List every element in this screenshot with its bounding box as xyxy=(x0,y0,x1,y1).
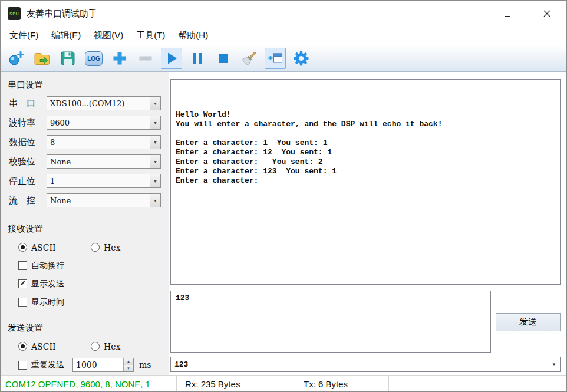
show-time-row: 显示时间 xyxy=(18,297,162,308)
stopbits-label: 停止位 xyxy=(9,176,47,187)
connection-status: COM12 OPENED, 9600, 8, NONE, 1 xyxy=(1,376,176,391)
spin-down-button[interactable]: ▼ xyxy=(124,365,133,372)
plus-icon xyxy=(111,50,128,67)
broom-icon xyxy=(240,50,258,67)
window-title: 友善串口调试助手 xyxy=(27,8,97,19)
connect-button[interactable] xyxy=(5,48,27,69)
receive-ascii-label: ASCII xyxy=(31,243,55,252)
play-icon xyxy=(163,50,180,67)
menu-tools[interactable]: 工具(T) xyxy=(130,27,172,44)
app-icon: SPU xyxy=(8,7,21,20)
repeat-interval-input[interactable]: 1000 ▲ ▼ xyxy=(72,358,134,372)
setting-row-stopbits: 停止位 1 ▼ xyxy=(9,174,161,188)
port-value: XDS100...(COM12) xyxy=(47,99,150,108)
send-ascii-radio[interactable]: ASCII xyxy=(18,342,91,351)
send-settings-title: 发送设置 xyxy=(8,322,43,334)
show-send-label: 显示发送 xyxy=(31,279,64,289)
parity-label: 校验位 xyxy=(9,156,47,167)
status-bar: COM12 OPENED, 9600, 8, NONE, 1 Rx: 235 B… xyxy=(1,375,566,391)
save-button[interactable] xyxy=(57,48,78,69)
radio-icon xyxy=(18,342,27,351)
receive-hex-radio[interactable]: Hex xyxy=(91,243,120,252)
status-spacer xyxy=(389,376,566,391)
send-ascii-label: ASCII xyxy=(31,342,55,351)
open-folder-icon xyxy=(33,50,51,67)
send-hex-radio[interactable]: Hex xyxy=(91,342,120,351)
radio-icon xyxy=(91,243,100,252)
show-time-checkbox[interactable]: 显示时间 xyxy=(18,297,64,308)
panel-toggle-button[interactable] xyxy=(265,48,286,69)
spinner: ▲ ▼ xyxy=(123,358,133,371)
parity-dropdown[interactable]: None ▼ xyxy=(47,154,161,169)
receive-format-row: ASCII Hex xyxy=(18,242,162,253)
parity-value: None xyxy=(47,157,150,166)
checkbox-icon xyxy=(18,261,27,270)
setting-row-port: 串 口 XDS100...(COM12) ▼ xyxy=(9,96,161,110)
send-button[interactable]: 发送 xyxy=(496,313,561,331)
remove-button[interactable] xyxy=(135,48,156,69)
autowrap-checkbox[interactable]: 自动换行 xyxy=(18,261,64,271)
maximize-icon xyxy=(505,11,510,17)
minimize-icon xyxy=(464,14,471,14)
send-hex-label: Hex xyxy=(104,342,120,351)
baudrate-dropdown[interactable]: 9600 ▼ xyxy=(47,116,161,130)
setting-row-baudrate: 波特率 9600 ▼ xyxy=(9,116,161,130)
settings-button[interactable] xyxy=(291,48,312,69)
receive-ascii-radio[interactable]: ASCII xyxy=(18,243,91,252)
add-button[interactable] xyxy=(109,48,130,69)
settings-panel: 串口设置 串 口 XDS100...(COM12) ▼ 波特率 9600 ▼ 数… xyxy=(1,72,169,375)
setting-row-parity: 校验位 None ▼ xyxy=(9,154,161,169)
pause-icon xyxy=(189,50,206,67)
chevron-down-icon: ▼ xyxy=(150,97,160,110)
databits-value: 8 xyxy=(47,138,150,147)
repeat-send-checkbox[interactable]: 重复发送 xyxy=(18,360,64,370)
open-button[interactable] xyxy=(31,48,52,69)
checkbox-icon xyxy=(18,279,27,288)
chevron-down-icon: ▼ xyxy=(548,362,560,367)
databits-label: 数据位 xyxy=(9,137,47,148)
spin-up-button[interactable]: ▲ xyxy=(124,358,133,365)
databits-dropdown[interactable]: 8 ▼ xyxy=(47,135,161,149)
add-window-icon xyxy=(266,50,284,67)
gear-icon xyxy=(292,50,310,67)
log-icon-label: LOG xyxy=(87,55,100,62)
receive-area[interactable]: Hello World! You will enter a character,… xyxy=(170,79,561,285)
clear-button[interactable] xyxy=(239,48,260,69)
stop-button[interactable] xyxy=(213,48,234,69)
minus-icon xyxy=(137,50,154,67)
send-history-dropdown[interactable]: 123 ▼ xyxy=(170,357,561,372)
menu-help[interactable]: 帮助(H) xyxy=(172,27,215,44)
checkbox-icon xyxy=(18,298,27,307)
flowcontrol-dropdown[interactable]: None ▼ xyxy=(47,193,161,207)
repeat-interval-value: 1000 xyxy=(73,358,123,371)
show-send-row: 显示发送 xyxy=(18,278,162,289)
log-button[interactable]: LOG xyxy=(83,48,104,69)
app-window: SPU 友善串口调试助手 文件(F) 编辑(E) 视图(V) 工具(T) 帮助(… xyxy=(0,0,567,392)
stopbits-value: 1 xyxy=(47,177,150,186)
baudrate-value: 9600 xyxy=(47,118,150,127)
log-icon: LOG xyxy=(85,51,103,66)
menu-edit[interactable]: 编辑(E) xyxy=(45,27,87,44)
window-controls xyxy=(448,1,566,27)
menu-view[interactable]: 视图(V) xyxy=(87,27,130,44)
chevron-down-icon: ▼ xyxy=(150,116,160,129)
port-dropdown[interactable]: XDS100...(COM12) ▼ xyxy=(47,96,161,110)
menu-file[interactable]: 文件(F) xyxy=(3,27,45,44)
pause-button[interactable] xyxy=(187,48,208,69)
start-button[interactable] xyxy=(161,48,182,69)
chevron-down-icon: ▼ xyxy=(150,194,160,207)
setting-row-flowcontrol: 流 控 None ▼ xyxy=(9,193,161,207)
checkbox-icon xyxy=(18,361,27,370)
send-input[interactable]: 123 xyxy=(170,291,491,353)
serial-settings-title: 串口设置 xyxy=(8,80,43,91)
show-send-checkbox[interactable]: 显示发送 xyxy=(18,279,64,289)
maximize-button[interactable] xyxy=(487,1,527,27)
minimize-button[interactable] xyxy=(448,1,487,27)
flowcontrol-label: 流 控 xyxy=(9,195,47,206)
stopbits-dropdown[interactable]: 1 ▼ xyxy=(47,174,161,188)
show-time-label: 显示时间 xyxy=(31,297,64,308)
interval-unit-label: ms xyxy=(139,360,151,370)
close-button[interactable] xyxy=(527,1,566,27)
flowcontrol-value: None xyxy=(47,196,150,205)
repeat-send-row: 重复发送 1000 ▲ ▼ ms xyxy=(18,358,162,372)
